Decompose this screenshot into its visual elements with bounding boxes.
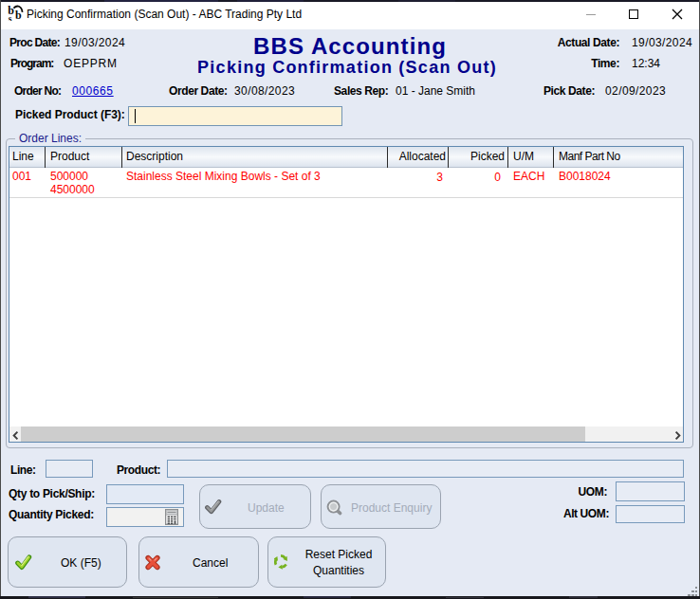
svg-text:s: s xyxy=(9,14,12,21)
svg-text:b: b xyxy=(15,9,22,21)
